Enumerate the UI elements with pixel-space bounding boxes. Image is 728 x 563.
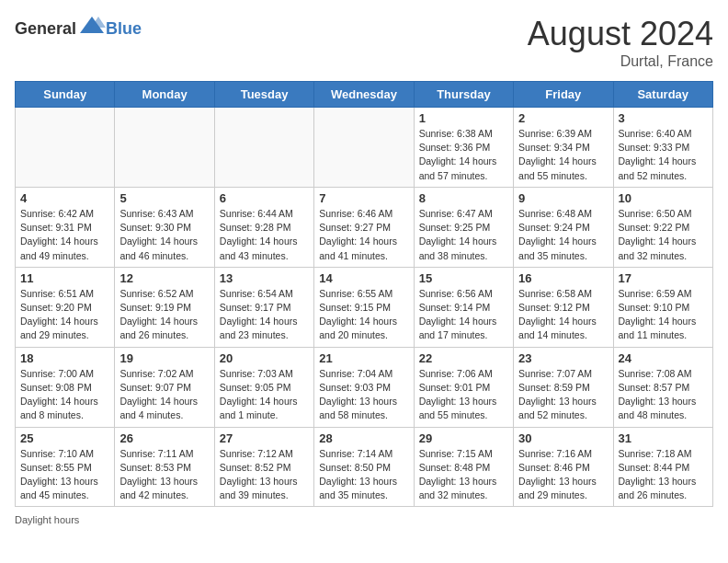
day-info: Sunrise: 6:38 AM Sunset: 9:36 PM Dayligh… [419, 127, 508, 183]
day-info: Sunrise: 7:10 AM Sunset: 8:55 PM Dayligh… [20, 447, 109, 503]
logo-text-general: General [15, 19, 76, 39]
calendar-day-header: Friday [514, 82, 613, 108]
calendar-day-cell: 22Sunrise: 7:06 AM Sunset: 9:01 PM Dayli… [414, 347, 513, 427]
calendar-week-row: 4Sunrise: 6:42 AM Sunset: 9:31 PM Daylig… [16, 187, 713, 267]
calendar-day-header: Tuesday [214, 82, 313, 108]
day-number: 17 [619, 271, 708, 285]
calendar-day-cell: 1Sunrise: 6:38 AM Sunset: 9:36 PM Daylig… [414, 108, 513, 188]
day-info: Sunrise: 7:14 AM Sunset: 8:50 PM Dayligh… [319, 447, 408, 503]
day-number: 24 [619, 351, 708, 365]
day-number: 25 [20, 431, 109, 445]
calendar-day-cell: 6Sunrise: 6:44 AM Sunset: 9:28 PM Daylig… [214, 187, 313, 267]
calendar-day-cell: 28Sunrise: 7:14 AM Sunset: 8:50 PM Dayli… [314, 427, 414, 507]
calendar-day-header: Sunday [16, 82, 115, 108]
day-info: Sunrise: 6:47 AM Sunset: 9:25 PM Dayligh… [419, 207, 508, 263]
calendar-day-cell: 12Sunrise: 6:52 AM Sunset: 9:19 PM Dayli… [115, 267, 214, 347]
calendar-week-row: 18Sunrise: 7:00 AM Sunset: 9:08 PM Dayli… [16, 347, 713, 427]
calendar-day-header: Thursday [414, 82, 513, 108]
calendar-day-cell: 25Sunrise: 7:10 AM Sunset: 8:55 PM Dayli… [16, 427, 115, 507]
day-info: Sunrise: 7:04 AM Sunset: 9:03 PM Dayligh… [319, 367, 408, 423]
calendar-week-row: 1Sunrise: 6:38 AM Sunset: 9:36 PM Daylig… [16, 108, 713, 188]
day-info: Sunrise: 7:03 AM Sunset: 9:05 PM Dayligh… [220, 367, 309, 423]
day-number: 31 [619, 431, 708, 445]
day-number: 28 [319, 431, 408, 445]
calendar-day-header: Monday [115, 82, 214, 108]
calendar-day-cell: 20Sunrise: 7:03 AM Sunset: 9:05 PM Dayli… [214, 347, 313, 427]
day-info: Sunrise: 6:54 AM Sunset: 9:17 PM Dayligh… [220, 287, 309, 343]
calendar-day-cell: 17Sunrise: 6:59 AM Sunset: 9:10 PM Dayli… [613, 267, 712, 347]
day-number: 5 [119, 191, 209, 205]
day-info: Sunrise: 6:55 AM Sunset: 9:15 PM Dayligh… [319, 287, 408, 343]
day-number: 30 [518, 431, 608, 445]
calendar-day-cell: 4Sunrise: 6:42 AM Sunset: 9:31 PM Daylig… [16, 187, 115, 267]
day-number: 6 [220, 191, 309, 205]
calendar-day-cell: 14Sunrise: 6:55 AM Sunset: 9:15 PM Dayli… [314, 267, 414, 347]
day-number: 3 [619, 111, 708, 125]
day-number: 4 [20, 191, 109, 205]
day-number: 13 [220, 271, 309, 285]
calendar-day-cell: 29Sunrise: 7:15 AM Sunset: 8:48 PM Dayli… [414, 427, 513, 507]
day-number: 18 [20, 351, 109, 365]
day-info: Sunrise: 6:42 AM Sunset: 9:31 PM Dayligh… [20, 207, 109, 263]
calendar-day-cell: 23Sunrise: 7:07 AM Sunset: 8:59 PM Dayli… [514, 347, 613, 427]
calendar-week-row: 11Sunrise: 6:51 AM Sunset: 9:20 PM Dayli… [16, 267, 713, 347]
day-info: Sunrise: 7:15 AM Sunset: 8:48 PM Dayligh… [419, 447, 508, 503]
calendar-day-cell: 7Sunrise: 6:46 AM Sunset: 9:27 PM Daylig… [314, 187, 414, 267]
day-info: Sunrise: 6:43 AM Sunset: 9:30 PM Dayligh… [119, 207, 209, 263]
day-info: Sunrise: 6:39 AM Sunset: 9:34 PM Dayligh… [518, 127, 608, 183]
day-number: 21 [319, 351, 408, 365]
calendar-day-cell: 15Sunrise: 6:56 AM Sunset: 9:14 PM Dayli… [414, 267, 513, 347]
calendar-day-cell: 8Sunrise: 6:47 AM Sunset: 9:25 PM Daylig… [414, 187, 513, 267]
calendar-day-cell [115, 108, 214, 188]
day-info: Sunrise: 7:02 AM Sunset: 9:07 PM Dayligh… [119, 367, 209, 423]
day-info: Sunrise: 6:44 AM Sunset: 9:28 PM Dayligh… [220, 207, 309, 263]
logo: General Blue [15, 15, 142, 42]
day-info: Sunrise: 7:18 AM Sunset: 8:44 PM Dayligh… [619, 447, 708, 503]
month-year-title: August 2024 [528, 15, 713, 53]
calendar-day-cell: 24Sunrise: 7:08 AM Sunset: 8:57 PM Dayli… [613, 347, 712, 427]
calendar-day-cell: 19Sunrise: 7:02 AM Sunset: 9:07 PM Dayli… [115, 347, 214, 427]
day-number: 20 [220, 351, 309, 365]
calendar-day-cell: 2Sunrise: 6:39 AM Sunset: 9:34 PM Daylig… [514, 108, 613, 188]
logo-text-blue: Blue [106, 19, 142, 39]
day-number: 8 [419, 191, 508, 205]
day-number: 27 [220, 431, 309, 445]
calendar-day-cell: 26Sunrise: 7:11 AM Sunset: 8:53 PM Dayli… [115, 427, 214, 507]
logo-icon [78, 15, 106, 42]
day-info: Sunrise: 6:50 AM Sunset: 9:22 PM Dayligh… [619, 207, 708, 263]
day-info: Sunrise: 7:11 AM Sunset: 8:53 PM Dayligh… [119, 447, 209, 503]
calendar-day-cell: 21Sunrise: 7:04 AM Sunset: 9:03 PM Dayli… [314, 347, 414, 427]
calendar-day-cell: 27Sunrise: 7:12 AM Sunset: 8:52 PM Dayli… [214, 427, 313, 507]
day-info: Sunrise: 7:06 AM Sunset: 9:01 PM Dayligh… [419, 367, 508, 423]
day-number: 11 [20, 271, 109, 285]
day-number: 26 [119, 431, 209, 445]
calendar-day-cell: 31Sunrise: 7:18 AM Sunset: 8:44 PM Dayli… [613, 427, 712, 507]
day-info: Sunrise: 7:00 AM Sunset: 9:08 PM Dayligh… [20, 367, 109, 423]
calendar-day-cell: 10Sunrise: 6:50 AM Sunset: 9:22 PM Dayli… [613, 187, 712, 267]
day-number: 1 [419, 111, 508, 125]
calendar-day-cell: 18Sunrise: 7:00 AM Sunset: 9:08 PM Dayli… [16, 347, 115, 427]
calendar-day-cell: 11Sunrise: 6:51 AM Sunset: 9:20 PM Dayli… [16, 267, 115, 347]
day-number: 22 [419, 351, 508, 365]
page-header: General Blue August 2024 Durtal, France [15, 15, 713, 70]
day-info: Sunrise: 6:48 AM Sunset: 9:24 PM Dayligh… [518, 207, 608, 263]
calendar-day-cell [16, 108, 115, 188]
calendar-day-cell: 16Sunrise: 6:58 AM Sunset: 9:12 PM Dayli… [514, 267, 613, 347]
day-info: Sunrise: 6:58 AM Sunset: 9:12 PM Dayligh… [518, 287, 608, 343]
calendar-day-cell: 3Sunrise: 6:40 AM Sunset: 9:33 PM Daylig… [613, 108, 712, 188]
title-block: August 2024 Durtal, France [528, 15, 713, 70]
day-info: Sunrise: 6:59 AM Sunset: 9:10 PM Dayligh… [619, 287, 708, 343]
location-subtitle: Durtal, France [528, 53, 713, 70]
day-info: Sunrise: 7:16 AM Sunset: 8:46 PM Dayligh… [518, 447, 608, 503]
day-info: Sunrise: 7:07 AM Sunset: 8:59 PM Dayligh… [518, 367, 608, 423]
calendar-day-cell: 13Sunrise: 6:54 AM Sunset: 9:17 PM Dayli… [214, 267, 313, 347]
calendar-day-cell [214, 108, 313, 188]
calendar-day-header: Saturday [613, 82, 712, 108]
day-number: 12 [119, 271, 209, 285]
day-info: Sunrise: 6:52 AM Sunset: 9:19 PM Dayligh… [119, 287, 209, 343]
day-number: 10 [619, 191, 708, 205]
day-info: Sunrise: 6:40 AM Sunset: 9:33 PM Dayligh… [619, 127, 708, 183]
day-number: 23 [518, 351, 608, 365]
day-info: Sunrise: 6:56 AM Sunset: 9:14 PM Dayligh… [419, 287, 508, 343]
footer-note: Daylight hours [15, 514, 713, 525]
